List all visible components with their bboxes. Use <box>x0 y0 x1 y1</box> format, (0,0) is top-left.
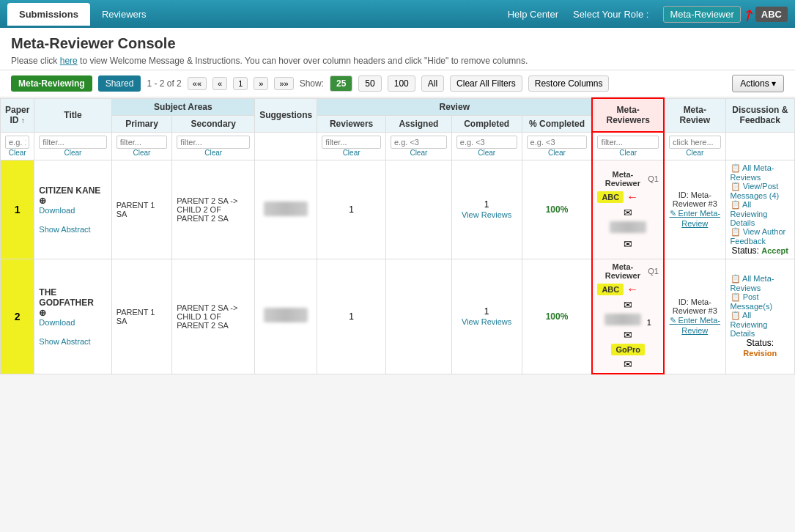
col-header-assigned[interactable]: Assigned <box>386 115 452 132</box>
row2-red-arrow: ← <box>626 283 638 296</box>
col-header-meta-reviewers[interactable]: Meta-Reviewers <box>592 98 664 132</box>
col-header-secondary[interactable]: Secondary <box>172 115 255 132</box>
row2-meta-reviewer-id: ID: Meta-Reviewer #3 <box>669 298 721 315</box>
paper-id-filter-input[interactable] <box>5 136 29 149</box>
col-header-primary[interactable]: Primary <box>111 115 172 132</box>
help-center-link[interactable]: Help Center <box>508 9 558 20</box>
filter-secondary[interactable]: Clear <box>172 132 255 160</box>
pct-clear-link[interactable]: Clear <box>527 149 588 157</box>
show-all-button[interactable]: All <box>421 75 444 92</box>
row2-download-link[interactable]: Download <box>39 318 106 327</box>
nav-page-button[interactable]: 1 <box>233 77 248 90</box>
completed-filter-input[interactable] <box>456 136 517 149</box>
reviewers-filter-input[interactable] <box>322 136 381 149</box>
nav-next-button[interactable]: » <box>254 77 268 90</box>
row1-download-icon: ⊕ <box>39 196 46 206</box>
row2-all-meta-reviews-link[interactable]: 📋 All Meta-Reviews <box>731 274 790 292</box>
row1-completed[interactable]: 1 View Reviews <box>451 160 522 259</box>
meta-reviewers-clear-link[interactable]: Clear <box>597 149 659 157</box>
filter-primary[interactable]: Clear <box>111 132 172 160</box>
meta-review-filter-input[interactable] <box>669 136 721 149</box>
top-navigation: Submissions Reviewers Help Center Select… <box>0 0 795 28</box>
primary-clear-link[interactable]: Clear <box>117 149 168 157</box>
meta-reviewers-filter-input[interactable] <box>597 136 659 149</box>
row1-envelope-icon[interactable] <box>624 208 632 218</box>
actions-button[interactable]: Actions ▾ <box>732 75 784 92</box>
meta-review-clear-link[interactable]: Clear <box>669 149 721 157</box>
filter-pct[interactable]: Clear <box>522 132 592 160</box>
col-header-meta-review[interactable]: Meta-Review <box>664 98 725 132</box>
show-100-button[interactable]: 100 <box>388 75 415 92</box>
nav-prev-button[interactable]: « <box>212 77 227 90</box>
completed-clear-link[interactable]: Clear <box>456 149 517 157</box>
meta-reviewing-filter-badge[interactable]: Meta-Reviewing <box>11 75 92 92</box>
col-header-completed[interactable]: Completed <box>451 115 522 132</box>
row2-completed[interactable]: 1 View Reviews <box>451 259 522 374</box>
filter-reviewers[interactable]: Clear <box>317 132 386 160</box>
col-header-paper-id[interactable]: Paper ID ↑ <box>1 98 34 132</box>
role-selector[interactable]: Meta-Reviewer <box>663 6 740 23</box>
secondary-clear-link[interactable]: Clear <box>177 149 250 157</box>
row2-envelope-icon-3[interactable] <box>624 360 632 370</box>
tab-submissions[interactable]: Submissions <box>7 3 90 26</box>
row1-secondary: PARENT 2 SA -> CHILD 2 OF PARENT 2 SA <box>172 160 255 259</box>
row1-all-meta-reviews-link[interactable]: 📋 All Meta-Reviews <box>731 163 790 182</box>
row2-discussion: 📋 All Meta-Reviews 📋 Post Message(s) 📋 A… <box>725 259 794 374</box>
row2-discussion-links: 📋 All Meta-Reviews 📋 Post Message(s) 📋 A… <box>731 274 790 358</box>
filter-title[interactable]: Clear <box>34 132 111 160</box>
row2-abc-badge: ABC <box>597 284 624 295</box>
row2-view-reviews-link[interactable]: View Reviews <box>462 317 511 326</box>
welcome-message-link[interactable]: here <box>60 56 78 66</box>
col-header-review: Review <box>317 98 593 115</box>
row2-secondary: PARENT 2 SA -> CHILD 1 OF PARENT 2 SA <box>172 259 255 374</box>
user-menu[interactable]: ABC <box>755 7 788 22</box>
filter-completed[interactable]: Clear <box>451 132 522 160</box>
table-row: 1 CITIZEN KANE ⊕ Download Show Abstract … <box>1 160 795 259</box>
row1-abstract-link[interactable]: Show Abstract <box>39 225 106 234</box>
select-role-label: Select Your Role : <box>573 9 648 20</box>
title-filter-input[interactable] <box>39 136 106 149</box>
pct-filter-input[interactable] <box>527 136 588 149</box>
filter-meta-reviewers[interactable]: Clear <box>592 132 664 160</box>
row1-view-post-messages-link[interactable]: 📋 View/Post Messages (4) <box>731 182 790 200</box>
row2-q1-label: Q1 <box>648 267 659 276</box>
row1-view-reviews-link[interactable]: View Reviews <box>462 210 511 219</box>
reviewers-clear-link[interactable]: Clear <box>322 149 381 157</box>
nav-first-button[interactable]: «« <box>188 77 207 90</box>
row2-envelope-icon-2[interactable] <box>624 330 632 341</box>
row1-all-reviewing-details-link[interactable]: 📋 All Reviewing Details <box>731 200 790 227</box>
restore-columns-button[interactable]: Restore Columns <box>528 75 610 92</box>
secondary-filter-input[interactable] <box>177 136 250 149</box>
primary-filter-input[interactable] <box>117 136 168 149</box>
col-header-pct[interactable]: % Completed <box>522 115 592 132</box>
title-clear-link[interactable]: Clear <box>39 149 106 157</box>
row2-reviewers: 1 <box>317 259 386 374</box>
col-header-title[interactable]: Title <box>34 98 111 132</box>
assigned-clear-link[interactable]: Clear <box>391 149 447 157</box>
col-header-reviewers[interactable]: Reviewers <box>317 115 386 132</box>
main-table-container: Paper ID ↑ Title Subject Areas Suggestio… <box>0 97 795 374</box>
tab-reviewers[interactable]: Reviewers <box>90 3 158 26</box>
filter-assigned[interactable]: Clear <box>386 132 452 160</box>
nav-last-button[interactable]: »» <box>274 77 293 90</box>
row1-view-author-feedback-link[interactable]: 📋 View Author Feedback <box>731 227 790 245</box>
row2-all-reviewing-details-link[interactable]: 📋 All Reviewing Details <box>731 311 790 338</box>
row1-download-link[interactable]: Download <box>39 206 106 215</box>
row1-enter-meta-review-link[interactable]: ✎ Enter Meta-Review <box>670 209 721 228</box>
row1-envelope-icon-2[interactable] <box>624 240 632 250</box>
row2-post-messages-link[interactable]: 📋 Post Message(s) <box>731 292 790 311</box>
row2-envelope-icon-1[interactable] <box>624 300 632 311</box>
row2-enter-meta-review-link[interactable]: ✎ Enter Meta-Review <box>670 316 721 335</box>
filter-paper-id[interactable]: Clear <box>1 132 34 160</box>
row2-abstract-link[interactable]: Show Abstract <box>39 337 106 346</box>
col-header-suggestions[interactable]: Suggestions <box>255 98 317 132</box>
show-25-button[interactable]: 25 <box>330 75 352 92</box>
assigned-filter-input[interactable] <box>391 136 447 149</box>
shared-filter-badge[interactable]: Shared <box>98 75 141 92</box>
paper-id-clear-link[interactable]: Clear <box>5 149 29 157</box>
show-50-button[interactable]: 50 <box>358 75 381 92</box>
filter-meta-review[interactable]: Clear <box>664 132 725 160</box>
pagination-info: 1 - 2 of 2 <box>147 78 181 89</box>
clear-all-filters-button[interactable]: Clear All Filters <box>450 75 522 92</box>
row1-pct: 100% <box>522 160 592 259</box>
